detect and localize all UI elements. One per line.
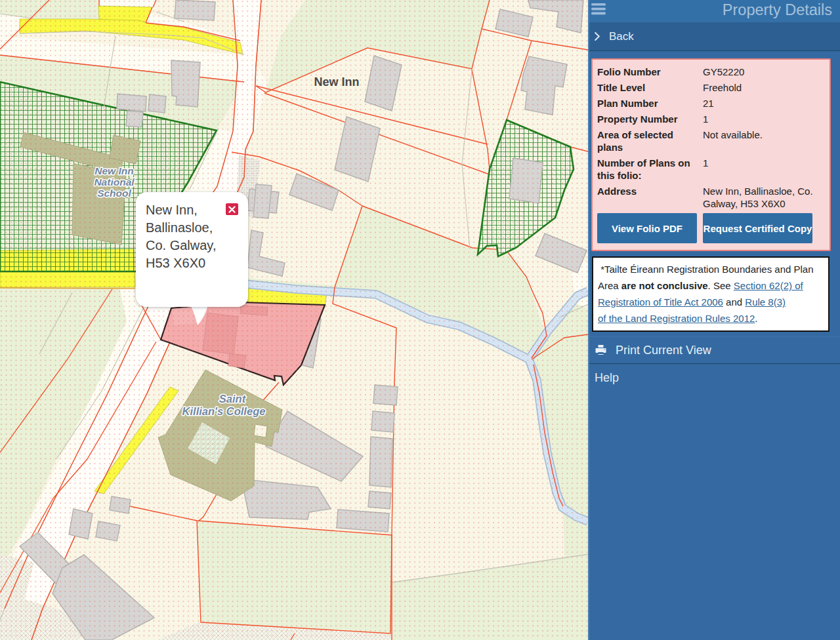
- svg-text:Saint: Saint: [219, 393, 247, 405]
- svg-text:New Inn: New Inn: [94, 165, 133, 176]
- svg-text:National: National: [94, 176, 135, 188]
- svg-text:New Inn: New Inn: [314, 75, 359, 89]
- svg-text:Killian's College: Killian's College: [182, 405, 266, 417]
- svg-text:School: School: [97, 188, 131, 199]
